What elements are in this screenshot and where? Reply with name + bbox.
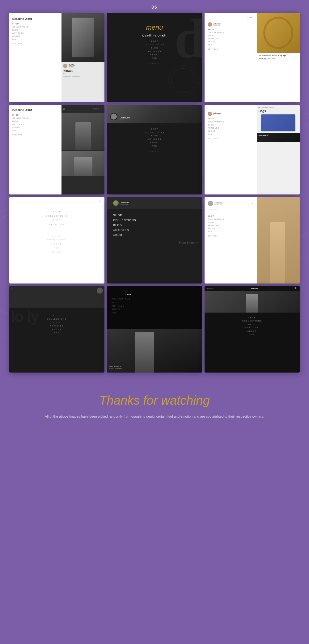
dark5-settings[interactable]: SETTINGS bbox=[110, 151, 199, 152]
back-arrow-10[interactable]: ← bbox=[9, 286, 104, 291]
nav9-articles[interactable]: ARTICLES bbox=[208, 224, 254, 226]
shop-active-11[interactable]: SHOP bbox=[125, 293, 132, 295]
close-icon-7[interactable]: ✕ bbox=[9, 197, 104, 204]
nav3-shop[interactable]: SHOP bbox=[208, 28, 254, 30]
cnav7-blog[interactable]: BLOG bbox=[9, 219, 104, 221]
profile-name-6: John doe bbox=[213, 112, 222, 114]
mnav11-collections[interactable]: COLLECTIONS bbox=[112, 298, 197, 300]
cnav10-about[interactable]: ABOUT bbox=[12, 328, 102, 330]
nav12-collections[interactable]: COLLECTIONS bbox=[208, 320, 296, 322]
mnav11-blog[interactable]: BLOG bbox=[112, 301, 197, 304]
dark-settings[interactable]: SETTINGS bbox=[110, 63, 199, 65]
dark5-about[interactable]: ABOUT bbox=[110, 142, 199, 143]
cnav10-collections[interactable]: COLLECTIONS bbox=[12, 318, 102, 320]
mnav11-about[interactable]: ABOUT bbox=[112, 308, 197, 310]
dark5-collections[interactable]: COLLECTIONS bbox=[110, 131, 199, 133]
nav4-shop[interactable]: SHOP bbox=[12, 114, 58, 116]
cnav10-shop[interactable]: SHOP bbox=[12, 315, 102, 317]
nav9-blog[interactable]: BLOG bbox=[208, 221, 254, 223]
name-overlay-8: Tom Hunter bbox=[107, 241, 202, 245]
nav-blog[interactable]: BLOG bbox=[12, 29, 58, 31]
dark5-ask[interactable]: ASK bbox=[110, 145, 199, 147]
dark-nav-about[interactable]: ABOUT bbox=[110, 54, 199, 56]
nav9-ask[interactable]: ASK bbox=[208, 231, 254, 232]
nav6-blog[interactable]: BLOG bbox=[208, 124, 254, 126]
dark-nav-shop[interactable]: SHOP bbox=[110, 40, 199, 42]
screen-4-left: Deadline UI Kit SHOP COLLECTIONS BLOG AR… bbox=[9, 105, 61, 194]
nav9-shop[interactable]: SHOP bbox=[208, 215, 254, 217]
nav12-about[interactable]: ABOUT bbox=[208, 330, 296, 332]
nav9-collections[interactable]: COLLECTIONS bbox=[208, 218, 254, 220]
nav6-shop[interactable]: SHOP bbox=[208, 118, 254, 120]
dark5-articles[interactable]: ARTICLES bbox=[110, 138, 199, 140]
dnav8-articles[interactable]: ARTICLES bbox=[113, 228, 196, 232]
article-title: The best wireless phones to buy right bbox=[258, 55, 298, 57]
nav9-about[interactable]: ABOUT bbox=[208, 228, 254, 229]
nav4-articles[interactable]: ARTICLES bbox=[12, 123, 58, 125]
settings4[interactable]: SETTINGS bbox=[12, 134, 58, 136]
screen-9: John doe Boston, USA ✕ ●●●● VIRG... ← SH… bbox=[205, 197, 300, 284]
dark5-blog[interactable]: BLOG bbox=[110, 135, 199, 137]
cnav10-blog[interactable]: BLOG bbox=[12, 322, 102, 323]
cnav10-ask[interactable]: ASK bbox=[12, 332, 102, 334]
nav3-about[interactable]: ABOUT bbox=[208, 41, 254, 43]
back-arrow-8[interactable]: ← bbox=[109, 202, 111, 204]
dark-nav-articles[interactable]: ARTICLES bbox=[110, 50, 199, 52]
dnav8-about[interactable]: ABOUT bbox=[113, 233, 196, 237]
nav-about[interactable]: ABOUT bbox=[12, 35, 58, 37]
cnav7-articles[interactable]: ARTICLES bbox=[9, 224, 104, 226]
nav-collections[interactable]: COLLECTIONS bbox=[12, 26, 58, 28]
nav4-ask[interactable]: ASK bbox=[12, 130, 58, 131]
cnav10-articles[interactable]: ARTICLES bbox=[12, 325, 102, 327]
nav3-articles[interactable]: ARTICLES bbox=[208, 38, 254, 40]
nav6-articles[interactable]: ARTICLES bbox=[208, 127, 254, 129]
nav12-shop[interactable]: SHOP bbox=[208, 317, 296, 318]
close-icon-9[interactable]: ✕ bbox=[251, 202, 254, 205]
cnav7-ask[interactable]: ASK bbox=[9, 247, 104, 249]
screen-1-profile: Bad Ph... Boston 73646 Post I'm satisfie… bbox=[61, 62, 104, 79]
nav4-about[interactable]: ABOUT bbox=[12, 126, 58, 128]
back-arrow-3[interactable]: ← bbox=[208, 19, 254, 22]
dnav8-blog[interactable]: BLOG bbox=[113, 224, 196, 227]
dark-nav-ask[interactable]: ASK bbox=[110, 57, 199, 59]
mnav11-ask[interactable]: ASK bbox=[112, 312, 197, 314]
dnav8-shop[interactable]: SHOP bbox=[113, 214, 196, 217]
profile-loc-5: USA bbox=[119, 119, 130, 120]
nav-shop[interactable]: SHOP bbox=[12, 23, 58, 25]
profile-sub-3: Boston,USA bbox=[213, 25, 222, 26]
cnav7-shop[interactable]: SHOP bbox=[9, 211, 104, 213]
back-arrow-6[interactable]: ← bbox=[208, 109, 254, 112]
nav6-collections[interactable]: COLLECTIONS bbox=[208, 121, 254, 123]
nav4-collections[interactable]: COLLECTIONS bbox=[12, 117, 58, 119]
dark-nav-collections[interactable]: COLLECTIONS bbox=[110, 44, 199, 45]
back9[interactable]: ← bbox=[208, 212, 254, 214]
screen-11: SHOP COLLECTIONS BLOG ARTICLES ABOUT ASK… bbox=[107, 286, 202, 373]
cnav7-settings[interactable]: SETTINGS bbox=[9, 251, 104, 253]
nav12-articles[interactable]: ARTICLES bbox=[208, 327, 296, 329]
nav-settings[interactable]: SETTINGS bbox=[12, 43, 58, 45]
nav-articles[interactable]: ARTICLES bbox=[12, 32, 58, 34]
cnav7-about[interactable]: ABOUT bbox=[9, 243, 104, 245]
nav6-about[interactable]: ABOUT bbox=[208, 130, 254, 132]
avatar-5 bbox=[110, 113, 117, 120]
dnav8-collections[interactable]: COLLECTIONS bbox=[113, 219, 196, 222]
cnav7-collections[interactable]: COLLECTIONS bbox=[9, 215, 104, 217]
settings6[interactable]: SETTINGS bbox=[208, 138, 254, 139]
nav12-blog[interactable]: BLOG bbox=[208, 323, 296, 325]
nav4-blog[interactable]: BLOG bbox=[12, 120, 58, 122]
nav12-ask[interactable]: ASK bbox=[208, 334, 296, 335]
screen-10: ← lo ly SHOP COLLECTIONS BLOG ARTICLES A… bbox=[9, 286, 104, 373]
dark5-shop[interactable]: SHOP bbox=[110, 128, 199, 130]
mnav11-articles[interactable]: ARTICLES bbox=[112, 305, 197, 307]
search-icon-12[interactable]: 🔍 bbox=[294, 287, 297, 290]
avatar-6 bbox=[208, 112, 212, 116]
nav6-ask[interactable]: ASK bbox=[208, 133, 254, 135]
settings9[interactable]: SETTINGS bbox=[208, 235, 254, 237]
nav3-collections[interactable]: COLLECTIONS bbox=[208, 32, 254, 33]
nav3-blog[interactable]: BLOG bbox=[208, 35, 254, 36]
nav3-ask[interactable]: ASK bbox=[208, 44, 254, 46]
nav-ask[interactable]: ASK bbox=[12, 38, 58, 40]
screen-4-title: Deadline UI Kit bbox=[12, 109, 58, 112]
dark-nav-blog[interactable]: BLOG bbox=[110, 47, 199, 49]
settings3[interactable]: SETTINGS bbox=[208, 48, 254, 50]
